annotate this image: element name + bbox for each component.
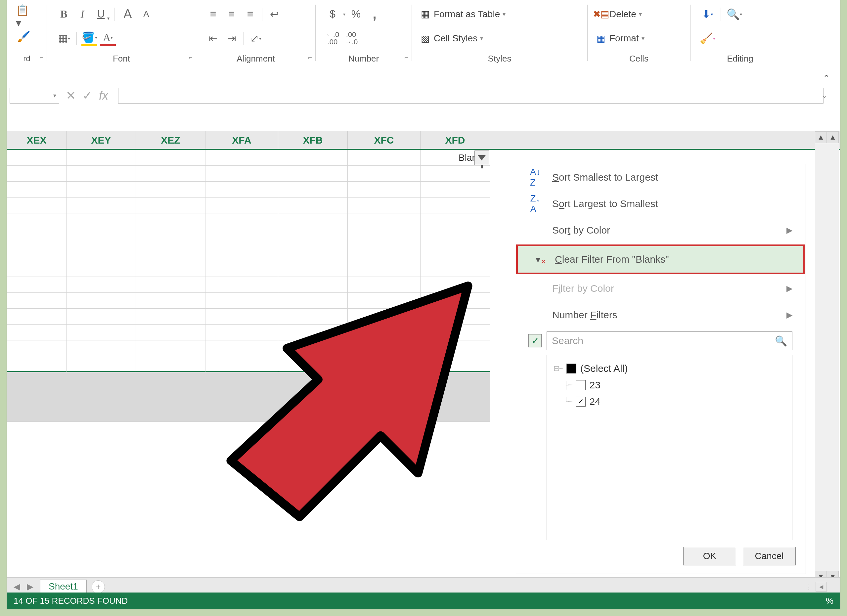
cell[interactable]	[7, 324, 66, 340]
cell[interactable]	[66, 214, 136, 229]
cell[interactable]	[421, 229, 490, 245]
cell[interactable]	[136, 166, 205, 181]
cell[interactable]	[205, 214, 278, 229]
cell[interactable]	[348, 181, 421, 197]
cell[interactable]	[205, 166, 278, 181]
accounting-format-button[interactable]: $	[325, 6, 341, 22]
cell[interactable]	[278, 150, 348, 166]
increase-indent-button[interactable]: ⇥	[224, 31, 239, 46]
ok-button[interactable]: OK	[683, 547, 736, 565]
cell[interactable]	[348, 197, 421, 214]
cell[interactable]	[348, 166, 421, 181]
cell[interactable]	[7, 293, 66, 309]
cell[interactable]	[7, 261, 66, 277]
cell[interactable]	[348, 229, 421, 245]
formula-bar-input[interactable]	[118, 88, 823, 103]
cell[interactable]	[66, 277, 136, 293]
cell[interactable]	[205, 181, 278, 197]
cell[interactable]	[66, 197, 136, 214]
column-header[interactable]: XEY	[66, 131, 136, 149]
clear-button[interactable]: 🧹▾	[699, 31, 715, 46]
paste-options-icon[interactable]: 📋▾	[16, 9, 32, 25]
borders-button[interactable]: ▦▾	[56, 31, 72, 46]
insert-function-button[interactable]: fx	[99, 88, 108, 103]
cell[interactable]	[7, 356, 66, 372]
cell-styles-button[interactable]: ▧ Cell Styles▾	[416, 31, 583, 46]
align-middle-button[interactable]: ≡	[224, 6, 239, 22]
cell[interactable]	[66, 324, 136, 340]
cell[interactable]	[205, 229, 278, 245]
cell[interactable]	[66, 340, 136, 356]
cell[interactable]	[205, 197, 278, 214]
font-dialog-launcher[interactable]: ⌐	[189, 54, 193, 61]
decrease-decimal-button[interactable]: .00→.0	[343, 31, 359, 46]
cell[interactable]	[66, 150, 136, 166]
cell[interactable]	[66, 181, 136, 197]
filter-dropdown-button[interactable]	[474, 150, 489, 165]
align-top-button[interactable]: ≡	[205, 6, 221, 22]
format-as-table-button[interactable]: ▦ Format as Table▾	[416, 7, 583, 22]
cell[interactable]	[7, 166, 66, 181]
delete-cells-button[interactable]: ✖▤ Delete▾	[592, 7, 686, 22]
cell[interactable]	[7, 229, 66, 245]
cell[interactable]	[348, 150, 421, 166]
percent-style-button[interactable]: %	[348, 6, 364, 22]
bold-button[interactable]: B	[56, 6, 72, 22]
decrease-font-size-button[interactable]: A	[138, 6, 154, 22]
scroll-up-button[interactable]: ▲	[827, 131, 839, 143]
orientation-button[interactable]: ⤢▾	[248, 31, 264, 46]
cell[interactable]	[421, 197, 490, 214]
sort-ascending-item[interactable]: A↓Z Sort Smallest to Largest	[515, 164, 806, 190]
cell[interactable]	[66, 166, 136, 181]
cell[interactable]	[7, 340, 66, 356]
next-sheet-button[interactable]: ▶	[27, 582, 33, 592]
alignment-dialog-launcher[interactable]: ⌐	[308, 54, 312, 61]
cell[interactable]	[421, 166, 490, 181]
column-header[interactable]: XFC	[348, 131, 421, 149]
expand-formula-bar-button[interactable]: ⌄	[822, 91, 828, 100]
new-sheet-button[interactable]: +	[91, 580, 105, 594]
cell[interactable]	[7, 309, 66, 324]
sheet-tab[interactable]: Sheet1	[40, 580, 87, 594]
cancel-entry-icon[interactable]: ✕	[66, 88, 76, 103]
collapse-ribbon-button[interactable]: ⌃	[823, 73, 830, 83]
format-painter-icon[interactable]: 🖌️	[16, 28, 32, 44]
cell[interactable]	[278, 214, 348, 229]
cell[interactable]	[136, 214, 205, 229]
cell[interactable]	[278, 197, 348, 214]
find-select-button[interactable]: 🔍▾	[726, 6, 742, 22]
enter-entry-icon[interactable]: ✓	[83, 88, 92, 103]
column-header[interactable]: XEZ	[136, 131, 205, 149]
filter-values-tree[interactable]: ⊟┈ (Select All) ├┈ 23 └┈ 24	[547, 355, 792, 540]
column-header[interactable]: XFB	[278, 131, 348, 149]
cell-xfd1[interactable]: Blanks	[421, 150, 490, 166]
cell[interactable]	[421, 181, 490, 197]
italic-button[interactable]: I	[74, 6, 90, 22]
cell[interactable]	[7, 245, 66, 261]
cell[interactable]	[278, 229, 348, 245]
cell[interactable]	[66, 356, 136, 372]
clipboard-dialog-launcher[interactable]: ⌐	[39, 54, 43, 61]
tree-item[interactable]: └┈ 24	[564, 393, 785, 410]
filter-search-input[interactable]: Search 🔍	[547, 332, 792, 350]
clear-filter-item[interactable]: ▾✕ Clear Filter From "Blanks"	[516, 245, 805, 274]
cell[interactable]	[7, 181, 66, 197]
hscroll-left-button[interactable]: ◀	[816, 582, 827, 591]
column-header[interactable]: XFD	[421, 131, 490, 149]
secondary-vertical-scrollbar[interactable]: ▲ ▼	[827, 131, 839, 582]
number-dialog-launcher[interactable]: ⌐	[404, 54, 408, 61]
increase-font-size-button[interactable]: A	[120, 6, 136, 22]
cell[interactable]	[136, 181, 205, 197]
fill-button[interactable]: ⬇▾	[699, 6, 715, 22]
cell[interactable]	[66, 229, 136, 245]
cell[interactable]	[421, 214, 490, 229]
cell[interactable]	[136, 150, 205, 166]
comma-style-button[interactable]: ,	[367, 6, 382, 22]
cell[interactable]	[66, 293, 136, 309]
column-header[interactable]: XFA	[205, 131, 278, 149]
sort-by-color-item[interactable]: Sort by Color ▶	[515, 217, 806, 243]
cell[interactable]	[136, 229, 205, 245]
tree-item-select-all[interactable]: ⊟┈ (Select All)	[553, 360, 785, 377]
wrap-text-button[interactable]: ↩	[266, 6, 282, 22]
scroll-up-button[interactable]: ▲	[815, 131, 827, 143]
